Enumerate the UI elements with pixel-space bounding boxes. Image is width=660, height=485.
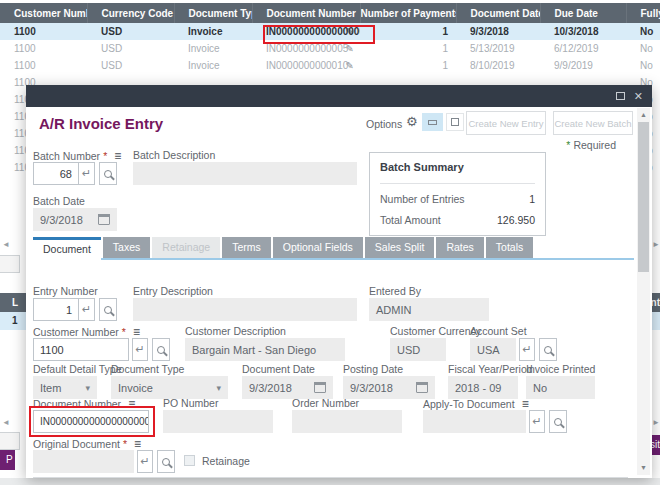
detail-view-icon bbox=[428, 120, 437, 125]
posting-date-field[interactable]: 9/3/2018 bbox=[343, 376, 435, 399]
column-header-currency-code[interactable]: Currency Code bbox=[87, 3, 174, 23]
scroll-right-icon[interactable]: ► bbox=[652, 240, 660, 249]
column-header-document-type[interactable]: Document Type bbox=[174, 3, 252, 23]
account-set-field[interactable]: USA bbox=[470, 338, 516, 361]
apply-to-document-label: Apply-To Document≡ bbox=[423, 397, 529, 411]
tab-sales-split[interactable]: Sales Split bbox=[365, 237, 435, 258]
entry-number-field[interactable]: 1 bbox=[33, 298, 79, 321]
search-icon bbox=[544, 346, 552, 354]
batch-finder-button[interactable] bbox=[99, 162, 117, 185]
po-number-label: PO Number bbox=[163, 397, 218, 409]
column-header-customer-number[interactable]: Customer Number bbox=[0, 3, 87, 23]
enter-button[interactable]: ↵ bbox=[79, 298, 95, 321]
create-new-batch-button[interactable]: Create New Batch bbox=[553, 111, 633, 135]
menu-icon[interactable]: ≡ bbox=[522, 397, 529, 411]
tab-rates[interactable]: Rates bbox=[436, 237, 483, 258]
search-icon bbox=[157, 346, 165, 354]
fiscal-year-period-label: Fiscal Year/Period bbox=[448, 363, 533, 375]
batch-summary-total: Total Amount126.950 bbox=[380, 214, 535, 226]
batch-summary-title: Batch Summary bbox=[380, 161, 464, 173]
entry-description-field[interactable] bbox=[133, 298, 357, 321]
page-title: A/R Invoice Entry bbox=[39, 115, 163, 132]
scroll-left-icon[interactable]: ◄ bbox=[2, 418, 10, 427]
document-date-field[interactable]: 9/3/2018 bbox=[242, 376, 333, 399]
calendar-icon[interactable] bbox=[416, 382, 428, 393]
create-new-entry-button[interactable]: Create New Entry bbox=[466, 111, 546, 135]
entry-finder-button[interactable] bbox=[99, 298, 117, 321]
background-purple-button-fragment[interactable]: sit bbox=[652, 435, 660, 455]
column-header-due-date[interactable]: Due Date bbox=[540, 3, 626, 23]
fiscal-year-period-field: 2018 - 09 bbox=[448, 376, 518, 399]
tab-taxes[interactable]: Taxes bbox=[103, 237, 150, 258]
scroll-up-icon[interactable]: ▲ bbox=[637, 109, 650, 121]
batch-number-field[interactable]: 68 bbox=[33, 162, 79, 185]
tab-document[interactable]: Document bbox=[33, 237, 101, 260]
enter-button[interactable]: ↵ bbox=[79, 162, 95, 185]
background-grid-header-fragment: L bbox=[0, 293, 26, 312]
search-icon bbox=[162, 458, 170, 466]
tab-retainage: Retainage bbox=[152, 237, 220, 258]
calendar-icon[interactable] bbox=[314, 382, 326, 393]
original-document-field[interactable] bbox=[33, 450, 134, 473]
original-document-finder-button[interactable] bbox=[157, 450, 175, 473]
document-type-label: Document Type bbox=[111, 363, 184, 375]
background-button-fragment bbox=[0, 255, 20, 273]
scrollbar-thumb[interactable] bbox=[638, 122, 649, 272]
customer-finder-button[interactable] bbox=[152, 338, 170, 361]
close-icon[interactable]: ✕ bbox=[634, 89, 643, 103]
po-number-field[interactable] bbox=[163, 410, 273, 433]
menu-icon[interactable]: ≡ bbox=[133, 325, 140, 339]
background-purple-button-fragment[interactable]: P bbox=[0, 450, 15, 470]
full-view-toggle[interactable] bbox=[446, 113, 464, 131]
retainage-checkbox[interactable] bbox=[184, 455, 195, 466]
retainage-label: Retainage bbox=[202, 455, 250, 467]
tab-optional-fields[interactable]: Optional Fields bbox=[273, 237, 363, 258]
order-number-field[interactable] bbox=[292, 410, 402, 433]
entry-number-label: Entry Number bbox=[33, 285, 98, 297]
gear-icon[interactable]: ⚙ bbox=[406, 114, 418, 129]
column-header-document-date[interactable]: Document Date bbox=[456, 3, 540, 23]
customer-number-label: Customer Number*≡ bbox=[33, 325, 140, 339]
customer-number-field[interactable]: 1100 bbox=[33, 338, 129, 361]
account-set-finder-button[interactable] bbox=[539, 338, 557, 361]
restore-window-icon[interactable] bbox=[616, 92, 625, 100]
enter-button[interactable]: ↵ bbox=[137, 450, 153, 473]
enter-button[interactable]: ↵ bbox=[519, 338, 535, 361]
detail-view-toggle[interactable] bbox=[422, 113, 443, 131]
invoice-printed-field: No bbox=[526, 376, 595, 399]
batch-description-field[interactable] bbox=[133, 162, 357, 185]
apply-to-document-field[interactable] bbox=[423, 410, 526, 433]
enter-button[interactable]: ↵ bbox=[529, 410, 545, 433]
batch-number-label: Batch Number*≡ bbox=[33, 149, 121, 163]
search-icon bbox=[104, 306, 112, 314]
entered-by-label: Entered By bbox=[369, 285, 421, 297]
calendar-icon[interactable] bbox=[98, 214, 110, 225]
chevron-down-icon: ▾ bbox=[85, 383, 90, 393]
menu-icon[interactable]: ≡ bbox=[114, 149, 121, 163]
apply-to-finder-button[interactable] bbox=[549, 410, 567, 433]
document-type-select[interactable]: Invoice▾ bbox=[111, 376, 228, 399]
menu-icon[interactable]: ≡ bbox=[134, 437, 141, 451]
original-document-label: Original Document*≡ bbox=[33, 437, 141, 451]
customer-currency-field: USD bbox=[390, 338, 446, 361]
batch-description-label: Batch Description bbox=[133, 149, 215, 161]
tab-totals[interactable]: Totals bbox=[486, 237, 533, 258]
column-header-document-number[interactable]: Document Number bbox=[252, 3, 360, 23]
batch-date-field[interactable]: 9/3/2018 bbox=[33, 208, 117, 231]
scroll-right-icon[interactable]: ► bbox=[652, 418, 660, 427]
column-header-fully[interactable]: Fully bbox=[626, 3, 660, 23]
tab-terms[interactable]: Terms bbox=[222, 237, 271, 258]
options-label[interactable]: Options bbox=[366, 118, 402, 130]
column-header-number-of-payments[interactable]: Number of Payments bbox=[360, 3, 456, 23]
account-set-label: Account Set bbox=[470, 325, 527, 337]
posting-date-label: Posting Date bbox=[343, 363, 403, 375]
highlight-box-table bbox=[263, 25, 375, 44]
modal-scrollbar[interactable]: ▲ ▼ bbox=[637, 108, 650, 475]
background-grid-header-fragment: unt bbox=[652, 293, 660, 312]
order-number-label: Order Number bbox=[292, 397, 359, 409]
table-row[interactable]: 1100 USD Invoice ✎IN0000000000010 1 8/10… bbox=[0, 57, 660, 74]
scroll-left-icon[interactable]: ◄ bbox=[2, 240, 10, 249]
scroll-down-icon[interactable]: ▼ bbox=[637, 462, 650, 474]
enter-button[interactable]: ↵ bbox=[132, 338, 148, 361]
default-detail-type-select[interactable]: Item▾ bbox=[33, 376, 97, 399]
